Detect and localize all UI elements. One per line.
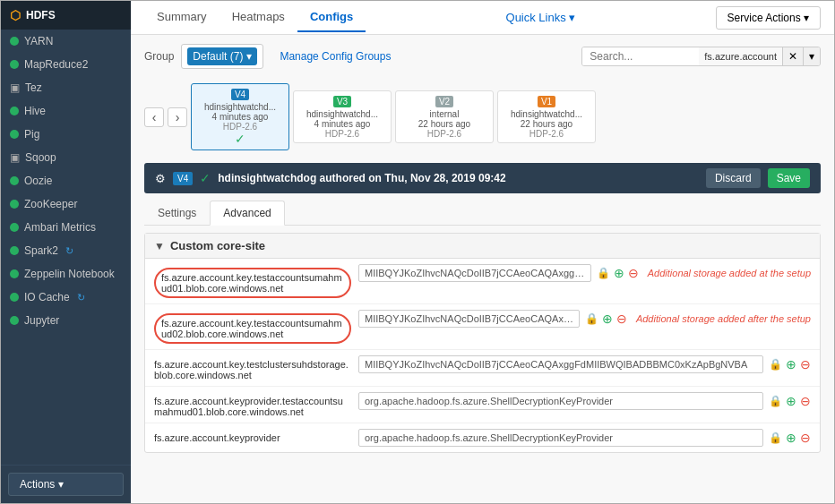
- add-icon-1[interactable]: ⊕: [602, 312, 613, 326]
- hdfs-icon: ⬡: [10, 8, 21, 22]
- version-card-v3[interactable]: V3 hdinsightwatchd... 4 minutes ago HDP-…: [293, 90, 392, 143]
- version-card-v4[interactable]: V4 hdinsightwatchd... 4 minutes ago HDP-…: [191, 83, 289, 150]
- version-hdp-v3: HDP-2.6: [301, 129, 383, 139]
- version-card-v1[interactable]: V1 hdinsightwatchd... 22 hours ago HDP-2…: [497, 90, 596, 143]
- remove-icon-3[interactable]: ⊖: [800, 394, 811, 408]
- manage-config-groups-link[interactable]: Manage Config Groups: [280, 50, 391, 63]
- save-button[interactable]: Save: [768, 168, 810, 188]
- lock-icon-2[interactable]: 🔒: [769, 358, 782, 371]
- status-icon-zookeeper: [10, 200, 19, 209]
- tab-configs[interactable]: Configs: [297, 3, 366, 32]
- version-badge-v3: V3: [333, 96, 351, 107]
- sidebar-label-zeppelin: Zeppelin Notebook: [24, 268, 115, 280]
- group-select-dropdown[interactable]: Default (7) ▾: [187, 47, 257, 65]
- sidebar-item-sqoop[interactable]: ▣ Sqoop: [1, 146, 131, 169]
- sidebar-item-zeppelin[interactable]: Zeppelin Notebook: [1, 262, 131, 286]
- refresh-icon-io-cache[interactable]: ↻: [77, 292, 85, 303]
- sidebar-item-tez[interactable]: ▣ Tez: [1, 76, 131, 99]
- search-config-input[interactable]: [582, 47, 699, 65]
- sidebar-item-io-cache[interactable]: IO Cache ↻: [1, 286, 131, 309]
- sidebar-label-mapreduce2: MapReduce2: [24, 58, 88, 71]
- version-nav-prev[interactable]: ‹: [144, 107, 164, 127]
- version-time-v1: 22 hours ago: [505, 119, 588, 129]
- annotation-0: Additional storage added at the setup: [648, 268, 811, 278]
- version-badge-v1: V1: [538, 96, 555, 107]
- config-key-1: fs.azure.account.key.testaccountsumahmud…: [154, 310, 351, 344]
- service-actions-button[interactable]: Service Actions ▾: [716, 6, 821, 30]
- version-icon-btn[interactable]: ⚙: [155, 172, 166, 185]
- sidebar-item-pig[interactable]: Pig: [1, 123, 131, 146]
- sidebar-title: HDFS: [26, 9, 56, 21]
- cv-date: Thu, Nov 28, 2019 09:42: [384, 172, 505, 184]
- version-badge-v4: V4: [231, 89, 249, 100]
- sidebar-actions: Actions ▾: [1, 465, 131, 503]
- remove-icon-0[interactable]: ⊖: [628, 266, 639, 280]
- add-icon-2[interactable]: ⊕: [786, 357, 796, 372]
- version-hdp-v2: HDP-2.6: [403, 129, 486, 139]
- add-icon-0[interactable]: ⊕: [614, 266, 624, 280]
- config-row-0: fs.azure.account.key.testaccountsumahmud…: [145, 259, 820, 304]
- remove-icon-4[interactable]: ⊖: [800, 431, 811, 445]
- refresh-icon-spark2[interactable]: ↻: [65, 245, 73, 257]
- config-value-wrapper-3: 🔒 ⊕ ⊖: [358, 392, 811, 410]
- config-value-input-1[interactable]: [358, 310, 580, 328]
- sidebar-item-oozie[interactable]: Oozie: [1, 169, 131, 192]
- lock-icon-0[interactable]: 🔒: [597, 267, 610, 279]
- status-icon-zeppelin: [10, 269, 19, 278]
- config-value-input-2[interactable]: [358, 355, 763, 373]
- config-key-4: fs.azure.account.keyprovider: [154, 429, 351, 443]
- config-section-header[interactable]: ▼ Custom core-site: [145, 234, 820, 259]
- tab-summary[interactable]: Summary: [144, 3, 220, 32]
- sidebar-label-sqoop: Sqoop: [25, 151, 56, 164]
- current-version-bar: ⚙ V4 ✓ hdinsightwatchdog authored on Thu…: [144, 163, 821, 193]
- status-icon-spark2: [10, 246, 19, 255]
- version-card-v2[interactable]: V2 internal 22 hours ago HDP-2.6: [395, 90, 494, 143]
- version-time-v2: 22 hours ago: [403, 119, 486, 129]
- tab-advanced[interactable]: Advanced: [210, 201, 284, 226]
- sidebar-label-spark2: Spark2: [24, 244, 58, 257]
- sidebar-item-yarn[interactable]: YARN: [1, 30, 131, 53]
- cv-author-text: hdinsightwatchdog authored on Thu, Nov 2…: [218, 172, 699, 184]
- search-config-clear-button[interactable]: ✕: [782, 47, 803, 65]
- search-config-dropdown-button[interactable]: ▾: [803, 47, 820, 65]
- remove-icon-2[interactable]: ⊖: [800, 357, 811, 372]
- section-toggle-icon[interactable]: ▼: [154, 240, 165, 252]
- version-name-v1: hdinsightwatchd...: [505, 109, 588, 119]
- sidebar-item-mapreduce2[interactable]: MapReduce2: [1, 53, 131, 76]
- search-config: fs.azure.account ✕ ▾: [581, 47, 821, 66]
- config-content: Group Default (7) ▾ Manage Config Groups…: [131, 35, 834, 503]
- config-value-input-3[interactable]: [358, 392, 763, 410]
- lock-icon-1[interactable]: 🔒: [585, 312, 598, 325]
- tab-settings[interactable]: Settings: [144, 201, 210, 225]
- sidebar-item-ambari-metrics[interactable]: Ambari Metrics: [1, 216, 131, 239]
- config-value-input-0[interactable]: [358, 264, 591, 282]
- status-icon-jupyter: [10, 316, 19, 325]
- add-icon-4[interactable]: ⊕: [786, 431, 796, 445]
- sidebar-header: ⬡ HDFS: [1, 1, 131, 30]
- version-hdp-v4: HDP-2.6: [199, 122, 281, 132]
- config-actions-4: 🔒 ⊕ ⊖: [769, 431, 811, 445]
- config-value-wrapper-0: 🔒 ⊕ ⊖ Additional storage added at the se…: [358, 264, 811, 282]
- version-time-v3: 4 minutes ago: [301, 119, 383, 129]
- version-nav-next[interactable]: ›: [168, 107, 187, 127]
- sidebar-label-hive: Hive: [24, 105, 46, 117]
- sidebar-item-jupyter[interactable]: Jupyter: [1, 309, 131, 332]
- sidebar-item-spark2[interactable]: Spark2 ↻: [1, 239, 131, 262]
- tab-heatmaps[interactable]: Heatmaps: [220, 3, 297, 32]
- sidebar-item-hive[interactable]: Hive: [1, 99, 131, 123]
- config-value-input-4[interactable]: [358, 429, 763, 447]
- remove-icon-1[interactable]: ⊖: [616, 312, 627, 326]
- cv-authored-text: authored on: [320, 172, 385, 184]
- version-hdp-v1: HDP-2.6: [505, 129, 588, 139]
- config-row-4: fs.azure.account.keyprovider 🔒 ⊕ ⊖: [145, 423, 820, 452]
- quick-links[interactable]: Quick Links ▾: [506, 11, 576, 24]
- lock-icon-3[interactable]: 🔒: [769, 395, 782, 407]
- discard-button[interactable]: Discard: [706, 168, 761, 188]
- lock-icon-4[interactable]: 🔒: [769, 431, 782, 444]
- actions-button[interactable]: Actions ▾: [8, 473, 124, 496]
- group-select[interactable]: Default (7) ▾: [181, 44, 263, 69]
- nav-tabs: Summary Heatmaps Configs: [144, 3, 366, 32]
- sidebar-label-pig: Pig: [24, 128, 39, 141]
- add-icon-3[interactable]: ⊕: [786, 394, 796, 408]
- sidebar-item-zookeeper[interactable]: ZooKeeper: [1, 192, 131, 216]
